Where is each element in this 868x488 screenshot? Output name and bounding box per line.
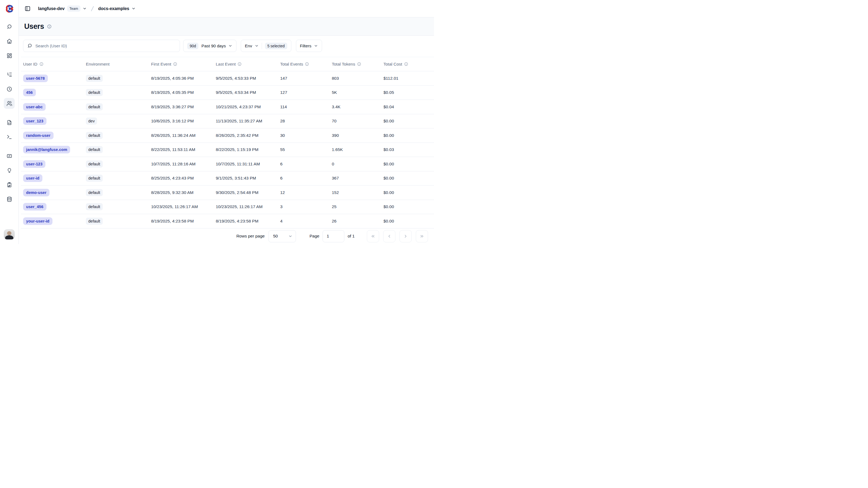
search-input[interactable] [35,44,176,49]
environment-badge: default [86,218,103,225]
table-row[interactable]: demo-userdefault8/28/2025, 9:32:30 AM9/3… [21,185,434,200]
column-header-total-cost[interactable]: Total Cost [383,62,434,67]
last-page-button[interactable] [416,230,428,242]
sidebar-item-evaluation[interactable] [4,150,15,161]
sidebar-item-playground[interactable] [4,132,15,142]
environment-cell: default [86,218,151,225]
chevron-right-icon [403,234,408,238]
table-row[interactable]: user-5678default8/19/2025, 4:05:36 PM9/5… [21,71,434,86]
previous-page-button[interactable] [383,230,395,242]
user-id-badge[interactable]: user-123 [23,160,45,168]
total-cost-cell: $0.00 [383,204,434,209]
last-event-cell: 8/26/2025, 2:35:42 PM [216,133,280,138]
sidebar-item-search[interactable] [4,21,15,32]
langfuse-logo[interactable] [0,0,19,18]
sidebar-item-users[interactable] [4,98,15,109]
info-icon[interactable] [404,62,408,66]
table-row[interactable]: user-123default10/7/2025, 11:28:16 AM10/… [21,157,434,171]
main-area: langfuse-dev Team docs-examples Users 90… [19,0,434,244]
column-header-last-event[interactable]: Last Event [216,62,280,67]
user-id-badge[interactable]: demo-user [23,189,50,196]
search-icon [6,24,12,30]
column-label: First Event [151,62,171,67]
sidebar-item-suggestions[interactable] [4,165,15,176]
page-count-label: of 1 [348,234,354,238]
environment-filter-button[interactable]: Env 5 selected [241,40,291,52]
column-label: User ID [23,62,37,67]
table-row[interactable]: user_123dev10/6/2025, 3:16:12 PM11/13/20… [21,114,434,129]
user-id-badge[interactable]: user_123 [23,117,46,125]
filters-button[interactable]: Filters [296,40,322,52]
sidebar-item-datasets[interactable] [4,194,15,205]
chevrons-right-icon [420,234,424,238]
sidebar-item-prompts[interactable] [4,117,15,128]
rows-per-page-value: 50 [273,234,278,238]
sidebar-item-dashboards[interactable] [4,50,15,61]
user-id-badge[interactable]: user-abc [23,103,45,111]
info-icon[interactable] [357,62,361,66]
rows-per-page-select[interactable]: 50 [269,230,296,242]
info-icon[interactable] [238,62,242,66]
sidebar-toggle-button[interactable] [25,5,31,12]
project-chevron-down-icon[interactable] [131,6,135,10]
sidebar-item-sessions[interactable] [4,84,15,94]
column-header-total-tokens[interactable]: Total Tokens [332,62,383,67]
user-id-cell: random-user [23,132,86,139]
next-page-button[interactable] [400,230,412,242]
page-number-input[interactable] [322,230,344,242]
chevrons-left-icon [371,234,375,238]
table-row[interactable]: user-abcdefault8/19/2025, 3:36:27 PM10/2… [21,100,434,114]
first-page-button[interactable] [367,230,379,242]
total-cost-cell: $0.00 [383,119,434,123]
sidebar-item-home[interactable] [4,36,15,47]
column-header-environment[interactable]: Environment [86,62,151,67]
sidebar-item-annotation[interactable] [4,179,15,190]
user-id-badge[interactable]: your-user-id [23,217,53,225]
column-header-total-events[interactable]: Total Events [280,62,332,67]
first-event-cell: 8/22/2025, 11:53:11 AM [151,147,216,152]
search-box[interactable] [23,40,180,52]
user-id-cell: demo-user [23,189,86,196]
total-events-cell: 6 [280,176,332,181]
column-label: Last Event [216,62,236,67]
org-chevron-down-icon[interactable] [83,6,87,10]
page-title-info-icon[interactable] [47,24,52,29]
first-event-cell: 8/19/2025, 4:05:35 PM [151,90,216,95]
table-row[interactable]: jannik@langfuse.comdefault8/22/2025, 11:… [21,143,434,157]
user-id-badge[interactable]: random-user [23,132,54,139]
table-row[interactable]: your-user-iddefault8/19/2025, 4:23:58 PM… [21,214,434,229]
table-row[interactable]: random-userdefault8/26/2025, 11:36:24 AM… [21,128,434,143]
user-avatar[interactable] [4,229,15,240]
table-row[interactable]: user_456default10/23/2025, 11:26:17 AM10… [21,200,434,214]
first-event-cell: 8/28/2025, 9:32:30 AM [151,190,216,195]
user-id-cell: your-user-id [23,217,86,225]
user-id-badge[interactable]: 456 [23,89,36,96]
environment-cell: default [86,132,151,139]
table-header-row: User IDEnvironmentFirst EventLast EventT… [21,57,434,71]
table-row[interactable]: user-iddefault8/25/2025, 4:23:43 PM9/1/2… [21,171,434,186]
column-header-user-id[interactable]: User ID [23,62,86,67]
user-id-badge[interactable]: user_456 [23,203,46,210]
column-header-first-event[interactable]: First Event [151,62,216,67]
table-row[interactable]: 456default8/19/2025, 4:05:35 PM9/5/2025,… [21,86,434,100]
date-range-button[interactable]: 90d Past 90 days [183,40,237,52]
environment-badge: default [86,189,103,196]
user-id-badge[interactable]: user-5678 [23,75,48,82]
chevron-down-icon [255,44,259,48]
total-tokens-cell: 1.65K [332,147,383,152]
project-name[interactable]: docs-examples [98,6,129,11]
first-event-cell: 8/26/2025, 11:36:24 AM [151,133,216,138]
user-id-badge[interactable]: user-id [23,174,42,182]
total-tokens-cell: 26 [332,219,383,224]
user-id-badge[interactable]: jannik@langfuse.com [23,146,70,153]
org-name[interactable]: langfuse-dev [38,6,65,11]
total-events-cell: 147 [280,76,332,81]
terminal-icon [6,134,12,140]
percent-box-icon [6,153,12,159]
info-icon[interactable] [305,62,309,66]
info-icon[interactable] [39,62,43,66]
date-range-badge: 90d [187,43,198,49]
sidebar-item-tracing[interactable] [4,69,15,80]
first-event-cell: 8/19/2025, 3:36:27 PM [151,105,216,109]
info-icon[interactable] [173,62,177,66]
